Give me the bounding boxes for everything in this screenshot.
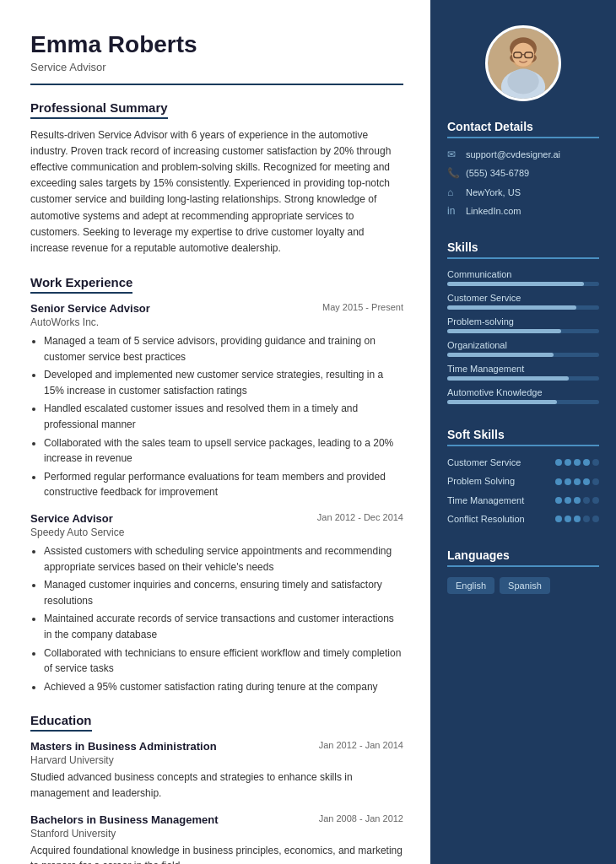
skill-name-2: Problem-solving xyxy=(447,316,599,327)
contact-phone-item: 📞 (555) 345-6789 xyxy=(447,167,599,179)
lang-tag-0: English xyxy=(447,577,494,594)
summary-section: Professional Summary Results-driven Serv… xyxy=(30,100,403,257)
skill-name-4: Time Management xyxy=(447,364,599,374)
summary-text: Results-driven Service Advisor with 6 ye… xyxy=(30,127,403,257)
skill-name-1: Customer Service xyxy=(447,293,599,303)
skill-bar-fill-4 xyxy=(447,376,569,381)
bullet-1-2: Maintained accurate records of service t… xyxy=(44,611,403,642)
skill-bar-bg-1 xyxy=(447,305,599,310)
job-block-1: Service Advisor Jan 2012 - Dec 2014 Spee… xyxy=(30,512,403,694)
dot-2 xyxy=(574,516,581,522)
languages-title: Languages xyxy=(447,548,599,567)
soft-skill-name-2: Time Management xyxy=(447,494,555,506)
job-header-0: Senior Service Advisor May 2015 - Presen… xyxy=(30,302,403,315)
skill-bar-fill-3 xyxy=(447,353,554,357)
soft-skills-section: Soft Skills Customer ServiceProblem Solv… xyxy=(447,428,599,532)
education-section: Education Masters in Business Administra… xyxy=(30,713,403,864)
skill-item-2: Problem-solving xyxy=(447,316,599,333)
dot-0 xyxy=(555,459,562,466)
skill-name-0: Communication xyxy=(447,269,599,279)
dot-4 xyxy=(592,459,599,466)
dot-1 xyxy=(565,516,571,522)
header-divider xyxy=(30,84,403,85)
soft-skill-item-0: Customer Service xyxy=(447,456,599,468)
skill-name-3: Organizational xyxy=(447,340,599,350)
skill-bar-bg-5 xyxy=(447,400,599,404)
dot-4 xyxy=(592,478,599,485)
linkedin-icon: in xyxy=(447,205,459,217)
person-title: Service Advisor xyxy=(30,61,403,73)
bullet-1-1: Managed customer inquiries and concerns,… xyxy=(44,577,403,608)
lang-tag-1: Spanish xyxy=(500,577,550,594)
job-company-0: AutoWorks Inc. xyxy=(30,316,403,328)
dot-1 xyxy=(565,478,571,485)
edu-header-0: Masters in Business Administration Jan 2… xyxy=(30,740,403,753)
skills-container: Communication Customer Service Problem-s… xyxy=(447,269,599,404)
skill-item-5: Automotive Knowledge xyxy=(447,387,599,404)
skill-item-1: Customer Service xyxy=(447,293,599,310)
person-name: Emma Roberts xyxy=(30,30,403,59)
edu-degree-1: Bachelors in Business Management xyxy=(30,813,219,826)
contact-section: Contact Details ✉ support@cvdesigner.ai … xyxy=(447,120,599,224)
bullet-1-4: Achieved a 95% customer satisfaction rat… xyxy=(44,679,403,695)
phone-icon: 📞 xyxy=(447,167,459,179)
dots-row xyxy=(555,478,599,485)
skills-title: Skills xyxy=(447,240,599,259)
dot-3 xyxy=(583,516,590,522)
skill-bar-fill-1 xyxy=(447,305,576,310)
edu-school-0: Harvard University xyxy=(30,754,403,766)
job-header-1: Service Advisor Jan 2012 - Dec 2014 xyxy=(30,512,403,525)
summary-title: Professional Summary xyxy=(30,100,168,119)
skill-item-0: Communication xyxy=(447,269,599,286)
work-experience-title: Work Experience xyxy=(30,275,132,294)
edu-header-1: Bachelors in Business Management Jan 200… xyxy=(30,813,403,826)
soft-skill-item-3: Conflict Resolution xyxy=(447,513,599,525)
dot-1 xyxy=(565,497,571,504)
left-column: Emma Roberts Service Advisor Professiona… xyxy=(0,0,430,864)
skill-bar-bg-0 xyxy=(447,282,599,286)
job-date-0: May 2015 - Present xyxy=(322,302,403,312)
dot-3 xyxy=(583,478,590,485)
bullet-0-3: Collaborated with the sales team to upse… xyxy=(44,435,403,467)
bullet-1-0: Assisted customers with scheduling servi… xyxy=(44,543,403,575)
skill-item-4: Time Management xyxy=(447,364,599,381)
contact-location: NewYork, US xyxy=(466,186,521,198)
contact-email-item: ✉ support@cvdesigner.ai xyxy=(447,148,599,160)
svg-point-9 xyxy=(507,69,538,94)
skill-bar-fill-0 xyxy=(447,282,584,286)
soft-skills-container: Customer ServiceProblem SolvingTime Mana… xyxy=(447,456,599,525)
edu-degree-0: Masters in Business Administration xyxy=(30,740,217,753)
skill-item-3: Organizational xyxy=(447,340,599,357)
dot-3 xyxy=(583,459,590,466)
dots-row xyxy=(555,516,599,522)
dots-row xyxy=(555,459,599,466)
dot-2 xyxy=(574,459,581,466)
lang-tags-container: EnglishSpanish xyxy=(447,577,599,594)
dot-0 xyxy=(555,497,562,504)
dot-4 xyxy=(592,516,599,522)
soft-skill-name-1: Problem Solving xyxy=(447,475,555,487)
contact-linkedin: LinkedIn.com xyxy=(466,205,521,217)
edu-desc-0: Studied advanced business concepts and s… xyxy=(30,770,403,801)
job-bullets-0: Managed a team of 5 service advisors, pr… xyxy=(30,333,403,500)
skill-bar-bg-4 xyxy=(447,376,599,381)
edu-block-1: Bachelors in Business Management Jan 200… xyxy=(30,813,403,864)
edu-date-0: Jan 2012 - Jan 2014 xyxy=(319,740,403,750)
contact-email: support@cvdesigner.ai xyxy=(466,148,560,160)
contact-title: Contact Details xyxy=(447,120,599,138)
location-icon: ⌂ xyxy=(447,186,459,198)
dot-0 xyxy=(555,478,562,485)
skill-name-5: Automotive Knowledge xyxy=(447,387,599,397)
soft-skill-item-1: Problem Solving xyxy=(447,475,599,487)
email-icon: ✉ xyxy=(447,148,459,160)
job-company-1: Speedy Auto Service xyxy=(30,526,403,538)
bullet-0-0: Managed a team of 5 service advisors, pr… xyxy=(44,333,403,364)
bullet-0-1: Developed and implemented new customer s… xyxy=(44,367,403,398)
soft-skill-name-0: Customer Service xyxy=(447,456,555,468)
skills-section: Skills Communication Customer Service Pr… xyxy=(447,240,599,411)
skill-bar-fill-2 xyxy=(447,329,561,333)
bullet-0-2: Handled escalated customer issues and re… xyxy=(44,401,403,432)
dots-row xyxy=(555,497,599,504)
contact-location-item: ⌂ NewYork, US xyxy=(447,186,599,198)
work-experience-section: Work Experience Senior Service Advisor M… xyxy=(30,275,403,694)
